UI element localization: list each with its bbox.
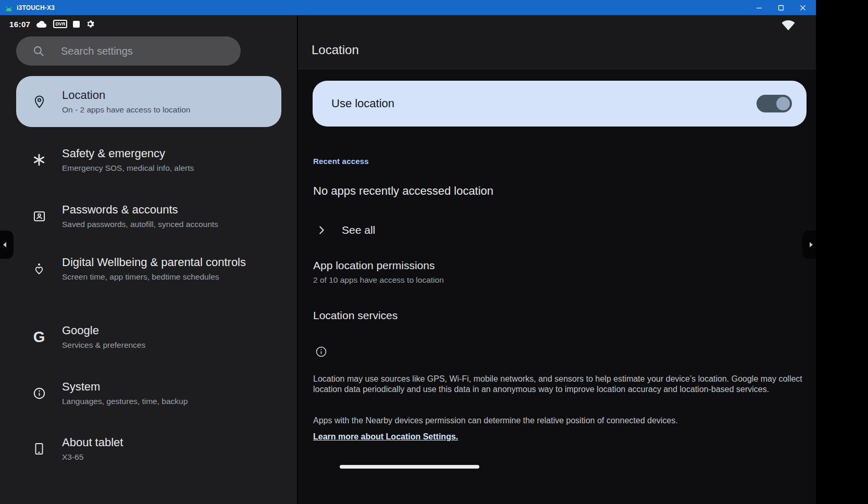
use-location-label: Use location xyxy=(331,97,757,110)
sidebar-item-label: System xyxy=(62,379,250,394)
window-controls xyxy=(748,0,814,15)
use-location-row[interactable]: Use location xyxy=(313,81,807,127)
sidebar-item-subtitle: Screen time, app timers, bedtime schedul… xyxy=(62,271,250,283)
edge-pull-tab-right[interactable] xyxy=(802,231,816,259)
close-button[interactable] xyxy=(792,0,814,15)
app-location-permissions-subtitle: 2 of 10 apps have access to location xyxy=(313,275,444,285)
location-settings-pane: Location Use location Recent access No a… xyxy=(297,15,816,504)
sidebar-item-digital-wellbeing[interactable]: Digital Wellbeing & parental controls Sc… xyxy=(16,255,281,283)
android-app-icon xyxy=(4,4,14,12)
recent-access-section-label: Recent access xyxy=(313,157,369,166)
see-all-label: See all xyxy=(342,224,375,236)
sidebar-item-subtitle: Services & preferences xyxy=(62,339,250,351)
gear-icon xyxy=(85,19,95,29)
window-titlebar[interactable]: i3TOUCH-X3 xyxy=(0,0,816,15)
nearby-devices-paragraph: Apps with the Nearby devices permission … xyxy=(313,415,808,426)
android-status-bar: 16:07 DVR xyxy=(9,18,95,30)
sidebar-item-location[interactable]: Location On - 2 apps have access to loca… xyxy=(16,76,281,127)
sidebar-item-label: Digital Wellbeing & parental controls xyxy=(62,255,250,270)
google-g-icon: G xyxy=(16,330,62,344)
no-recent-access-message: No apps recently accessed location xyxy=(313,184,493,198)
content-header xyxy=(298,15,816,69)
sidebar-item-label: Google xyxy=(62,323,250,338)
maximize-button[interactable] xyxy=(770,0,792,15)
app-window: i3TOUCH-X3 16:07 DVR xyxy=(0,0,816,504)
chevron-right-icon xyxy=(316,224,327,236)
search-input[interactable] xyxy=(61,45,217,57)
location-pin-icon xyxy=(16,95,62,109)
settings-sidebar: 16:07 DVR Location On - 2 apps have ac xyxy=(0,15,297,504)
info-icon xyxy=(315,345,328,360)
cloud-icon xyxy=(36,20,47,28)
sidebar-item-label: Safety & emergency xyxy=(62,146,250,161)
minimize-icon xyxy=(756,5,762,11)
search-icon xyxy=(32,44,45,58)
sidebar-item-about-tablet[interactable]: About tablet X3-65 xyxy=(16,435,281,463)
status-clock: 16:07 xyxy=(9,20,30,29)
triangle-left-icon xyxy=(2,241,7,248)
sidebar-item-system[interactable]: System Languages, gestures, time, backup xyxy=(16,379,281,407)
sidebar-item-subtitle: Emergency SOS, medical info, alerts xyxy=(62,162,250,174)
sidebar-item-subtitle: X3-65 xyxy=(62,451,250,463)
app-location-permissions-title: App location permissions xyxy=(313,259,444,272)
see-all-row[interactable]: See all xyxy=(313,221,375,239)
sidebar-item-subtitle: On - 2 apps have access to location xyxy=(62,104,250,116)
toggle-knob xyxy=(776,97,790,110)
tablet-icon xyxy=(16,442,62,456)
app-location-permissions-row[interactable]: App location permissions 2 of 10 apps ha… xyxy=(313,259,444,285)
maximize-icon xyxy=(778,5,784,11)
location-disclaimer-paragraph: Location may use sources like GPS, Wi-Fi… xyxy=(313,374,808,395)
page-title: Location xyxy=(312,43,359,57)
window-title: i3TOUCH-X3 xyxy=(17,4,55,11)
wellbeing-icon xyxy=(16,262,62,275)
sidebar-item-subtitle: Saved passwords, autofill, synced accoun… xyxy=(62,219,250,230)
sidebar-item-label: Passwords & accounts xyxy=(62,202,250,217)
learn-more-link[interactable]: Learn more about Location Settings. xyxy=(313,432,458,442)
search-settings-field[interactable] xyxy=(16,36,241,66)
sidebar-item-passwords-accounts[interactable]: Passwords & accounts Saved passwords, au… xyxy=(16,202,281,230)
edge-pull-tab-left[interactable] xyxy=(0,231,14,259)
contact-card-icon xyxy=(16,209,62,223)
sidebar-item-subtitle: Languages, gestures, time, backup xyxy=(62,396,250,407)
use-location-toggle[interactable] xyxy=(757,95,792,112)
asterisk-icon xyxy=(16,153,62,167)
sidebar-item-safety-emergency[interactable]: Safety & emergency Emergency SOS, medica… xyxy=(16,146,281,174)
triangle-right-icon xyxy=(809,241,814,248)
info-circle-icon xyxy=(16,386,62,400)
dvr-badge-icon: DVR xyxy=(53,20,67,28)
sidebar-item-google[interactable]: G Google Services & preferences xyxy=(16,323,281,351)
desktop: { "window": { "title": "i3TOUCH-X3" }, "… xyxy=(0,0,868,504)
close-icon xyxy=(800,5,806,11)
location-services-heading: Location services xyxy=(313,309,398,322)
screenshot-icon xyxy=(73,21,80,28)
sidebar-item-label: About tablet xyxy=(62,435,250,450)
minimize-button[interactable] xyxy=(748,0,770,15)
sidebar-item-label: Location xyxy=(62,87,250,103)
navigation-handle[interactable] xyxy=(340,465,479,469)
wifi-icon xyxy=(782,19,795,32)
